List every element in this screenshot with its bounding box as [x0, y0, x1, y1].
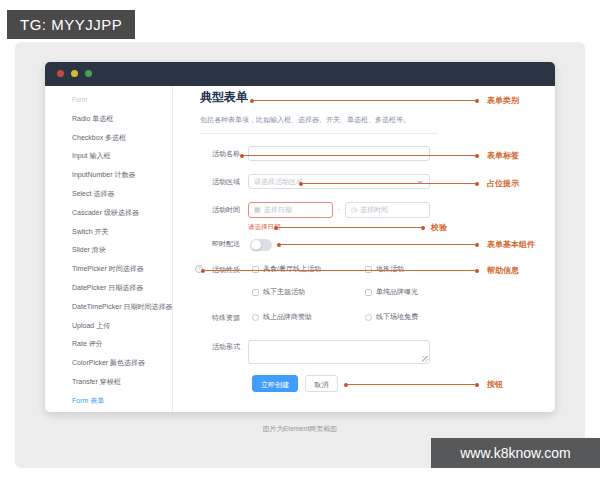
annotation-line-help-info	[205, 270, 475, 271]
browser-window: Form Radio 单选框 Checkbox 多选框 Input 输入框 In…	[45, 62, 555, 412]
cancel-button[interactable]: 取消	[305, 375, 338, 392]
activity-name-input[interactable]	[248, 146, 430, 161]
radio-label: 线下场地免费	[376, 312, 418, 322]
annotation-line-basic-component	[281, 244, 475, 245]
range-separator: -	[335, 205, 343, 212]
radio-icon	[252, 314, 259, 321]
annotation-label-form-category: 表单类别	[487, 95, 519, 106]
time-picker-input[interactable]: ◷选择时间	[345, 202, 430, 218]
sidebar-item-radio[interactable]: Radio 单选框	[72, 110, 172, 129]
checkbox-label: 美食/餐厅线上活动	[263, 264, 321, 274]
activity-type-textarea[interactable]	[248, 340, 430, 364]
sidebar-item-datetimepicker[interactable]: DateTimePicker 日期时间选择器	[72, 298, 172, 317]
checkbox-nature-ground[interactable]: 地推活动	[365, 264, 404, 274]
create-button[interactable]: 立即创建	[252, 375, 298, 392]
checkbox-icon	[252, 266, 259, 273]
sidebar-item-checkbox[interactable]: Checkbox 多选框	[72, 129, 172, 148]
calendar-icon: ▦	[254, 206, 261, 213]
sidebar-item-rate[interactable]: Rate 评分	[72, 335, 172, 354]
date-picker-input[interactable]: ▦选择日期	[248, 202, 333, 218]
annotation-line-form-label	[244, 155, 475, 156]
activity-region-select[interactable]: 请选择活动区域	[248, 174, 430, 189]
radio-resource-venue[interactable]: 线下场地免费	[365, 312, 418, 322]
annotation-line-form-category	[254, 100, 475, 101]
sidebar: Form Radio 单选框 Checkbox 多选框 Input 输入框 In…	[45, 86, 173, 412]
sidebar-item-datepicker[interactable]: DatePicker 日期选择器	[72, 279, 172, 298]
instant-delivery-switch[interactable]	[250, 239, 272, 251]
checkbox-icon	[365, 289, 372, 296]
sidebar-item-inputnumber[interactable]: InputNumber 计数器	[72, 166, 172, 185]
checkbox-icon	[252, 289, 259, 296]
site-watermark-badge: www.k8know.com	[431, 438, 600, 468]
checkbox-label: 地推活动	[376, 264, 404, 274]
checkbox-nature-brand-exposure[interactable]: 单纯品牌曝光	[365, 287, 418, 297]
annotation-label-buttons: 按钮	[487, 379, 503, 390]
resize-handle-icon[interactable]	[422, 356, 428, 362]
field-label-instant-delivery: 即时配送	[185, 239, 240, 249]
field-label-special-resource: 特殊资源	[185, 313, 240, 323]
sidebar-item-upload[interactable]: Upload 上传	[72, 317, 172, 336]
field-label-activity-name: 活动名称	[185, 149, 240, 159]
demo-card-border	[200, 133, 438, 134]
sidebar-item-switch[interactable]: Switch 开关	[72, 223, 172, 242]
field-label-activity-time: 活动时间	[185, 205, 240, 215]
date-placeholder: 选择日期	[264, 206, 292, 213]
radio-resource-sponsor[interactable]: 线上品牌商赞助	[252, 312, 312, 322]
time-placeholder: 选择时间	[360, 206, 388, 213]
annotation-label-placeholder: 占位提示	[487, 178, 519, 189]
page-description: 包括各种表单项，比如输入框、选择器、开关、单选框、多选框等。	[200, 115, 410, 125]
sidebar-item-cascader[interactable]: Cascader 级联选择器	[72, 204, 172, 223]
sidebar-item-input[interactable]: Input 输入框	[72, 147, 172, 166]
sidebar-item-timepicker[interactable]: TimePicker 时间选择器	[72, 260, 172, 279]
radio-label: 线上品牌商赞助	[263, 312, 312, 322]
image-caption: 图片为Element网页截图	[15, 424, 585, 434]
screenshot-page: TG: MYYJJPP Form Radio 单选框 Checkbox 多选框 …	[0, 0, 600, 480]
maximize-icon[interactable]	[85, 70, 92, 77]
field-label-activity-type: 活动形式	[185, 342, 240, 352]
minimize-icon[interactable]	[71, 70, 78, 77]
annotation-line-placeholder	[303, 183, 475, 184]
clock-icon: ◷	[351, 206, 357, 213]
sidebar-category-form: Form	[72, 91, 172, 110]
field-label-activity-region: 活动区域	[185, 177, 240, 187]
page-title: 典型表单	[200, 89, 248, 106]
checkbox-label: 单纯品牌曝光	[376, 287, 418, 297]
sidebar-item-transfer[interactable]: Transfer 穿梭框	[72, 373, 172, 392]
annotation-label-basic-component: 表单基本组件	[487, 239, 535, 250]
close-icon[interactable]	[57, 70, 64, 77]
sidebar-item-select[interactable]: Select 选择器	[72, 185, 172, 204]
switch-knob-icon	[251, 240, 261, 250]
region-placeholder: 请选择活动区域	[254, 178, 303, 185]
radio-icon	[365, 314, 372, 321]
checkbox-nature-offline-theme[interactable]: 线下主题活动	[252, 287, 305, 297]
annotation-label-validation: 校验	[431, 222, 447, 233]
annotation-label-help-info: 帮助信息	[487, 265, 519, 276]
sidebar-item-colorpicker[interactable]: ColorPicker 颜色选择器	[72, 354, 172, 373]
annotation-label-form-label: 表单标签	[487, 150, 519, 161]
checkbox-label: 线下主题活动	[263, 287, 305, 297]
annotation-line-buttons	[348, 384, 475, 385]
sidebar-item-slider[interactable]: Slider 滑块	[72, 241, 172, 260]
annotation-line-validation	[278, 227, 421, 228]
sidebar-item-form-active[interactable]: Form 表单	[72, 392, 172, 411]
window-titlebar	[45, 62, 555, 86]
checkbox-nature-online[interactable]: 美食/餐厅线上活动	[252, 264, 321, 274]
tg-watermark-badge: TG: MYYJJPP	[7, 10, 135, 39]
checkbox-icon	[365, 266, 372, 273]
